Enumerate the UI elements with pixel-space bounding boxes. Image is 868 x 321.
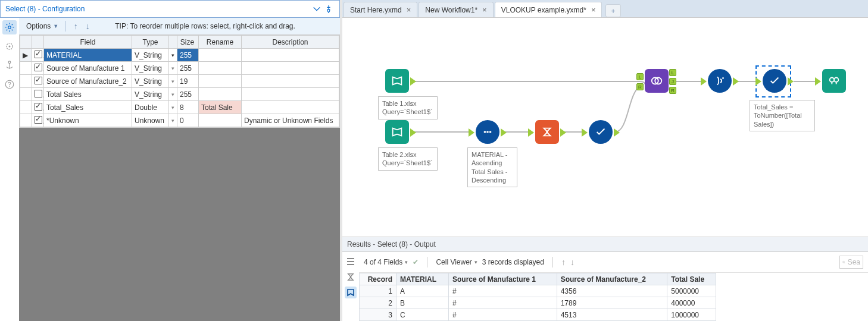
- field-type[interactable]: V_String: [132, 49, 169, 62]
- field-config-table[interactable]: Field Type Size Rename Description ▶MATE…: [19, 34, 340, 128]
- port-out[interactable]: [614, 128, 620, 137]
- join-out-j[interactable]: J: [669, 78, 676, 85]
- tool-select[interactable]: [589, 120, 613, 144]
- field-size[interactable]: 0: [177, 114, 199, 127]
- join-anchor-left[interactable]: L: [636, 73, 644, 80]
- field-name[interactable]: *Unknown: [44, 114, 132, 127]
- tool-join[interactable]: [645, 69, 669, 93]
- results-row[interactable]: 3C#45131000000: [360, 309, 716, 321]
- checkbox[interactable]: [35, 116, 42, 124]
- join-anchor-right[interactable]: R: [636, 83, 644, 90]
- results-cell[interactable]: C: [396, 309, 449, 321]
- results-cell[interactable]: 400000: [667, 297, 716, 309]
- port-in[interactable]: [528, 128, 534, 137]
- workflow-tab[interactable]: New Workflow1*×: [419, 2, 493, 17]
- col-size[interactable]: Size: [177, 36, 199, 49]
- next-button[interactable]: ↓: [570, 257, 574, 267]
- field-rename[interactable]: [199, 49, 242, 62]
- pin-icon[interactable]: [323, 3, 335, 15]
- table-row[interactable]: Total_SalesDouble▾8Total Sale: [20, 101, 339, 114]
- results-row[interactable]: 1A#43565000000: [360, 285, 716, 297]
- field-type[interactable]: V_String: [132, 75, 169, 88]
- results-cell[interactable]: 4356: [557, 285, 667, 297]
- table-row[interactable]: *UnknownUnknown▾0Dynamic or Unknown Fiel…: [20, 114, 339, 127]
- tool-sort[interactable]: [476, 120, 499, 144]
- field-size[interactable]: 255: [177, 62, 199, 75]
- field-description[interactable]: [242, 75, 339, 88]
- checkbox[interactable]: [35, 90, 42, 97]
- port-in[interactable]: [701, 77, 707, 86]
- port-out[interactable]: [788, 77, 794, 86]
- port-in[interactable]: [582, 128, 588, 137]
- tool-select-selected[interactable]: [763, 69, 786, 93]
- port-in[interactable]: [469, 128, 474, 137]
- results-cell[interactable]: 5000000: [667, 285, 716, 297]
- type-dropdown[interactable]: ▾: [169, 88, 177, 101]
- results-col[interactable]: Source of Manufacture_2: [557, 273, 667, 285]
- cell-viewer-dropdown[interactable]: Cell Viewer ▾: [436, 258, 477, 266]
- results-cell[interactable]: #: [448, 297, 557, 309]
- table-row[interactable]: Source of Manufacture_2V_String▾19: [20, 75, 339, 88]
- workflow-tab[interactable]: Start Here.yxmd×: [344, 2, 417, 17]
- collapse-button[interactable]: [311, 3, 323, 15]
- close-icon[interactable]: ×: [482, 5, 487, 14]
- close-icon[interactable]: ×: [407, 5, 411, 14]
- gear-icon[interactable]: [2, 20, 17, 34]
- field-rename[interactable]: [199, 114, 242, 127]
- tool-input-table2[interactable]: [385, 120, 409, 144]
- results-col[interactable]: Total Sale: [667, 273, 716, 285]
- results-cell[interactable]: 1000000: [667, 309, 716, 321]
- field-rename[interactable]: [199, 75, 242, 88]
- port-out[interactable]: [410, 128, 416, 137]
- field-rename[interactable]: [199, 62, 242, 75]
- field-name[interactable]: MATERIAL: [44, 49, 132, 62]
- field-name[interactable]: Source of Manufacture_2: [44, 75, 132, 88]
- type-dropdown[interactable]: ▾: [169, 62, 177, 75]
- checkbox[interactable]: [35, 64, 42, 71]
- tool-summarize[interactable]: [535, 120, 559, 144]
- sigma-icon[interactable]: [345, 271, 357, 283]
- field-description[interactable]: [242, 49, 339, 62]
- field-size[interactable]: 255: [177, 49, 199, 62]
- col-type[interactable]: Type: [132, 36, 169, 49]
- target-icon[interactable]: [2, 39, 17, 54]
- field-type[interactable]: Double: [132, 101, 169, 114]
- table-row[interactable]: Total SalesV_String▾255: [20, 88, 339, 101]
- port-in[interactable]: [755, 77, 761, 86]
- check-icon[interactable]: ✔: [413, 258, 419, 266]
- results-cell[interactable]: B: [396, 297, 449, 309]
- field-size[interactable]: 8: [177, 101, 199, 114]
- options-dropdown[interactable]: Options ▼: [23, 21, 62, 32]
- join-out-l[interactable]: L: [669, 69, 676, 76]
- results-cell[interactable]: A: [396, 285, 449, 297]
- checkbox[interactable]: [35, 51, 42, 58]
- move-up-button[interactable]: ↑: [70, 21, 82, 31]
- field-name[interactable]: Total_Sales: [44, 101, 132, 114]
- results-cell[interactable]: #: [448, 309, 557, 321]
- results-cell[interactable]: 1789: [557, 297, 667, 309]
- results-cell[interactable]: #: [448, 285, 557, 297]
- col-description[interactable]: Description: [242, 36, 339, 49]
- results-cell[interactable]: 3: [360, 309, 396, 321]
- checkbox[interactable]: [35, 77, 42, 84]
- new-tab-button[interactable]: ＋: [605, 4, 621, 17]
- field-rename[interactable]: [199, 88, 242, 101]
- list-icon[interactable]: [345, 256, 357, 268]
- results-cell[interactable]: 1: [360, 285, 396, 297]
- port-out[interactable]: [501, 128, 507, 137]
- field-name[interactable]: Total Sales: [44, 88, 132, 101]
- close-icon[interactable]: ×: [591, 5, 596, 14]
- table-row[interactable]: ▶MATERIALV_String▾255: [20, 49, 339, 62]
- prev-button[interactable]: ↑: [561, 257, 566, 267]
- port-out[interactable]: [410, 77, 416, 86]
- results-cell[interactable]: 2: [360, 297, 396, 309]
- type-dropdown[interactable]: ▾: [169, 49, 177, 62]
- port-out[interactable]: [733, 77, 739, 86]
- results-search[interactable]: Sea: [839, 256, 863, 269]
- port-in[interactable]: [815, 77, 821, 86]
- col-field[interactable]: Field: [44, 36, 132, 49]
- tool-formula[interactable]: [708, 69, 732, 93]
- field-name[interactable]: Source of Manufacture 1: [44, 62, 132, 75]
- type-dropdown[interactable]: ▾: [169, 75, 177, 88]
- field-type[interactable]: V_String: [132, 88, 169, 101]
